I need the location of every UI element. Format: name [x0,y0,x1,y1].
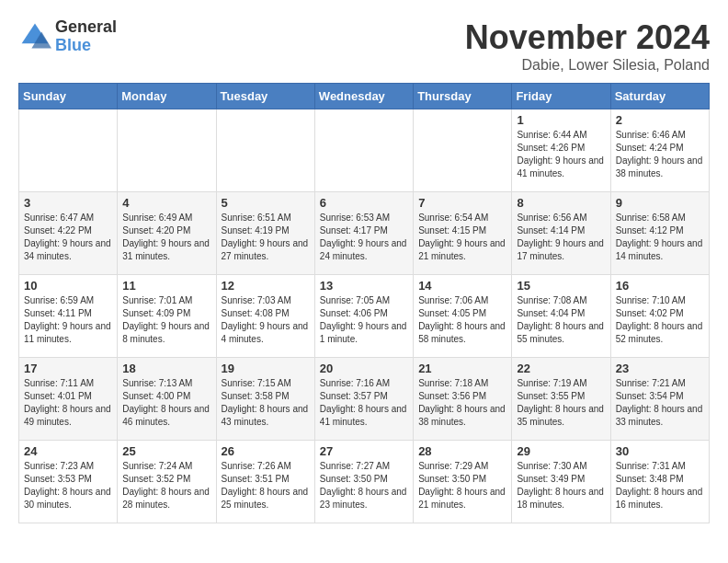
calendar-cell: 10Sunrise: 6:59 AM Sunset: 4:11 PM Dayli… [19,275,118,358]
day-number: 13 [320,279,408,293]
day-info: Sunrise: 7:15 AM Sunset: 3:58 PM Dayligh… [222,377,310,429]
day-info: Sunrise: 6:49 AM Sunset: 4:20 PM Dayligh… [122,212,210,263]
day-info: Sunrise: 7:23 AM Sunset: 3:53 PM Dayligh… [24,460,112,511]
calendar-cell: 17Sunrise: 7:11 AM Sunset: 4:01 PM Dayli… [19,358,118,441]
day-number: 10 [24,279,112,293]
day-number: 24 [24,444,112,458]
calendar-cell: 7Sunrise: 6:54 AM Sunset: 4:15 PM Daylig… [414,192,512,275]
calendar-cell: 4Sunrise: 6:49 AM Sunset: 4:20 PM Daylig… [118,192,216,275]
calendar-cell: 5Sunrise: 6:51 AM Sunset: 4:19 PM Daylig… [216,192,314,275]
calendar: SundayMondayTuesdayWednesdayThursdayFrid… [18,83,710,523]
day-number: 4 [122,196,210,210]
day-number: 15 [517,279,605,293]
day-number: 23 [616,362,704,375]
calendar-cell: 28Sunrise: 7:29 AM Sunset: 3:50 PM Dayli… [414,441,512,523]
week-row-5: 24Sunrise: 7:23 AM Sunset: 3:53 PM Dayli… [19,441,710,523]
day-info: Sunrise: 7:03 AM Sunset: 4:08 PM Dayligh… [222,294,310,346]
location: Dabie, Lower Silesia, Poland [465,57,710,74]
day-info: Sunrise: 6:58 AM Sunset: 4:12 PM Dayligh… [616,212,704,263]
weekday-header-saturday: Saturday [610,84,709,109]
logo: General Blue [18,18,117,55]
day-info: Sunrise: 7:10 AM Sunset: 4:02 PM Dayligh… [616,294,704,346]
calendar-cell: 26Sunrise: 7:26 AM Sunset: 3:51 PM Dayli… [216,441,314,523]
calendar-cell [216,109,314,192]
logo-text: General Blue [55,18,117,55]
calendar-cell: 20Sunrise: 7:16 AM Sunset: 3:57 PM Dayli… [314,358,413,441]
day-info: Sunrise: 7:01 AM Sunset: 4:09 PM Dayligh… [122,294,210,346]
calendar-cell: 12Sunrise: 7:03 AM Sunset: 4:08 PM Dayli… [216,275,314,358]
day-info: Sunrise: 6:47 AM Sunset: 4:22 PM Dayligh… [24,212,112,263]
day-number: 26 [222,444,310,458]
calendar-cell: 14Sunrise: 7:06 AM Sunset: 4:05 PM Dayli… [414,275,512,358]
day-info: Sunrise: 6:44 AM Sunset: 4:26 PM Dayligh… [517,129,605,180]
day-info: Sunrise: 7:11 AM Sunset: 4:01 PM Dayligh… [24,377,112,429]
day-info: Sunrise: 7:08 AM Sunset: 4:04 PM Dayligh… [517,294,605,346]
day-number: 30 [616,444,704,458]
day-number: 9 [616,196,704,210]
week-row-4: 17Sunrise: 7:11 AM Sunset: 4:01 PM Dayli… [19,358,710,441]
day-info: Sunrise: 7:24 AM Sunset: 3:52 PM Dayligh… [122,460,210,511]
day-number: 29 [517,444,605,458]
day-info: Sunrise: 6:46 AM Sunset: 4:24 PM Dayligh… [616,129,704,180]
calendar-cell: 16Sunrise: 7:10 AM Sunset: 4:02 PM Dayli… [610,275,709,358]
calendar-cell: 27Sunrise: 7:27 AM Sunset: 3:50 PM Dayli… [314,441,413,523]
day-number: 5 [222,196,310,210]
calendar-cell [118,109,216,192]
day-info: Sunrise: 7:05 AM Sunset: 4:06 PM Dayligh… [320,294,408,346]
weekday-header-thursday: Thursday [414,84,512,109]
weekday-header-row: SundayMondayTuesdayWednesdayThursdayFrid… [19,84,710,109]
calendar-cell: 11Sunrise: 7:01 AM Sunset: 4:09 PM Dayli… [118,275,216,358]
calendar-cell: 25Sunrise: 7:24 AM Sunset: 3:52 PM Dayli… [118,441,216,523]
day-number: 17 [24,362,112,375]
day-number: 19 [222,362,310,375]
month-title: November 2024 [465,18,710,57]
day-info: Sunrise: 7:29 AM Sunset: 3:50 PM Dayligh… [418,460,506,511]
weekday-header-tuesday: Tuesday [216,84,314,109]
day-info: Sunrise: 7:19 AM Sunset: 3:55 PM Dayligh… [517,377,605,429]
calendar-cell: 22Sunrise: 7:19 AM Sunset: 3:55 PM Dayli… [512,358,610,441]
calendar-cell: 13Sunrise: 7:05 AM Sunset: 4:06 PM Dayli… [314,275,413,358]
day-number: 22 [517,362,605,375]
day-number: 25 [122,444,210,458]
day-number: 6 [320,196,408,210]
day-info: Sunrise: 7:21 AM Sunset: 3:54 PM Dayligh… [616,377,704,429]
weekday-header-friday: Friday [512,84,610,109]
calendar-cell: 24Sunrise: 7:23 AM Sunset: 3:53 PM Dayli… [19,441,118,523]
logo-blue: Blue [55,37,117,55]
calendar-cell: 6Sunrise: 6:53 AM Sunset: 4:17 PM Daylig… [314,192,413,275]
calendar-cell: 9Sunrise: 6:58 AM Sunset: 4:12 PM Daylig… [610,192,709,275]
calendar-cell: 1Sunrise: 6:44 AM Sunset: 4:26 PM Daylig… [512,109,610,192]
day-info: Sunrise: 6:51 AM Sunset: 4:19 PM Dayligh… [222,212,310,263]
day-number: 21 [418,362,506,375]
calendar-cell: 29Sunrise: 7:30 AM Sunset: 3:49 PM Dayli… [512,441,610,523]
day-info: Sunrise: 7:06 AM Sunset: 4:05 PM Dayligh… [418,294,506,346]
day-number: 18 [122,362,210,375]
week-row-3: 10Sunrise: 6:59 AM Sunset: 4:11 PM Dayli… [19,275,710,358]
day-number: 2 [616,113,704,127]
calendar-cell: 18Sunrise: 7:13 AM Sunset: 4:00 PM Dayli… [118,358,216,441]
title-block: November 2024 Dabie, Lower Silesia, Pola… [465,18,710,74]
week-row-2: 3Sunrise: 6:47 AM Sunset: 4:22 PM Daylig… [19,192,710,275]
weekday-header-monday: Monday [118,84,216,109]
calendar-cell: 23Sunrise: 7:21 AM Sunset: 3:54 PM Dayli… [610,358,709,441]
weekday-header-sunday: Sunday [19,84,118,109]
day-info: Sunrise: 7:13 AM Sunset: 4:00 PM Dayligh… [122,377,210,429]
calendar-cell: 21Sunrise: 7:18 AM Sunset: 3:56 PM Dayli… [414,358,512,441]
day-info: Sunrise: 7:26 AM Sunset: 3:51 PM Dayligh… [222,460,310,511]
day-number: 1 [517,113,605,127]
day-info: Sunrise: 7:30 AM Sunset: 3:49 PM Dayligh… [517,460,605,511]
day-info: Sunrise: 6:54 AM Sunset: 4:15 PM Dayligh… [418,212,506,263]
page-header: General Blue November 2024 Dabie, Lower … [18,18,710,74]
day-info: Sunrise: 6:56 AM Sunset: 4:14 PM Dayligh… [517,212,605,263]
day-number: 20 [320,362,408,375]
day-info: Sunrise: 7:18 AM Sunset: 3:56 PM Dayligh… [418,377,506,429]
day-number: 8 [517,196,605,210]
day-info: Sunrise: 7:27 AM Sunset: 3:50 PM Dayligh… [320,460,408,511]
week-row-1: 1Sunrise: 6:44 AM Sunset: 4:26 PM Daylig… [19,109,710,192]
calendar-cell [414,109,512,192]
calendar-cell: 15Sunrise: 7:08 AM Sunset: 4:04 PM Dayli… [512,275,610,358]
day-number: 7 [418,196,506,210]
calendar-cell: 2Sunrise: 6:46 AM Sunset: 4:24 PM Daylig… [610,109,709,192]
logo-icon [18,20,51,53]
day-info: Sunrise: 7:16 AM Sunset: 3:57 PM Dayligh… [320,377,408,429]
